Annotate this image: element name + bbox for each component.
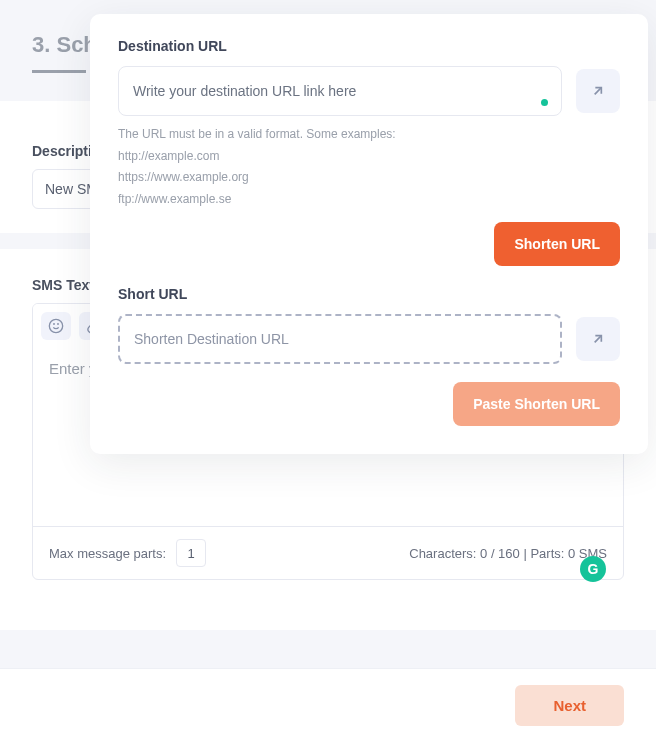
svg-point-2 bbox=[58, 324, 59, 325]
shorten-url-button[interactable]: Shorten URL bbox=[494, 222, 620, 266]
svg-point-1 bbox=[54, 324, 55, 325]
short-url-input[interactable] bbox=[118, 314, 562, 364]
destination-url-input[interactable] bbox=[118, 66, 562, 116]
grammarly-icon[interactable]: G bbox=[580, 556, 606, 582]
step-underline bbox=[32, 70, 86, 73]
next-button[interactable]: Next bbox=[515, 685, 624, 726]
url-help-text: The URL must be in a valid format. Some … bbox=[118, 124, 620, 210]
url-shorten-modal: Destination URL The URL must be in a val… bbox=[90, 14, 648, 454]
paste-shorten-url-button[interactable]: Paste Shorten URL bbox=[453, 382, 620, 426]
short-url-label: Short URL bbox=[118, 286, 620, 302]
emoji-icon[interactable] bbox=[41, 312, 71, 340]
max-parts-input[interactable] bbox=[176, 539, 206, 567]
destination-url-label: Destination URL bbox=[118, 38, 620, 54]
sms-stats: Characters: 0 / 160 | Parts: 0 SMS bbox=[409, 546, 607, 561]
expand-destination-icon[interactable] bbox=[576, 69, 620, 113]
sms-footer: Max message parts: Characters: 0 / 160 |… bbox=[33, 526, 623, 579]
bottom-bar: Next bbox=[0, 668, 656, 742]
expand-short-icon[interactable] bbox=[576, 317, 620, 361]
validation-dot-icon bbox=[541, 99, 548, 106]
max-parts-label: Max message parts: bbox=[49, 546, 166, 561]
svg-point-0 bbox=[49, 319, 62, 332]
